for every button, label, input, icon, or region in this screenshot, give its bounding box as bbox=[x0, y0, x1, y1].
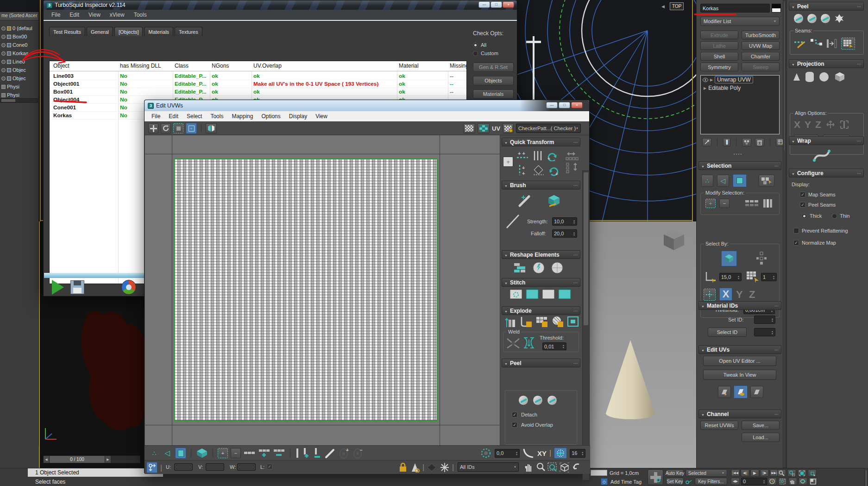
spinner-arrows-icon[interactable] bbox=[773, 275, 775, 279]
tab-materials[interactable]: Materials bbox=[144, 27, 173, 36]
object-name-field[interactable]: Korkas bbox=[700, 4, 770, 13]
brush-rollout[interactable]: Brush bbox=[502, 181, 580, 189]
best-align-icon[interactable] bbox=[840, 120, 849, 129]
stack-item-editable-poly[interactable]: ▶ Editable Poly bbox=[701, 84, 779, 92]
ring-icon[interactable] bbox=[295, 448, 300, 458]
quick-peel-icon[interactable] bbox=[518, 395, 528, 405]
eye-icon[interactable] bbox=[703, 78, 708, 82]
key-mode-icon[interactable] bbox=[686, 479, 692, 485]
modifier-list-dropdown[interactable]: Modifier List ▼ bbox=[700, 17, 780, 26]
convert-to-seams-icon[interactable] bbox=[826, 38, 837, 49]
peel-reset-icon[interactable] bbox=[547, 395, 557, 405]
stitch-rollout[interactable]: Stitch bbox=[502, 278, 580, 287]
uv-edge-mode-icon[interactable]: ◁ bbox=[162, 448, 172, 458]
hide-icon[interactable] bbox=[427, 463, 436, 473]
inspector-title-bar[interactable]: 3 TurboSquid Inspector v2.114 — □ × bbox=[44, 0, 517, 10]
lathe-button[interactable]: Lathe bbox=[700, 41, 738, 50]
minimize-button[interactable]: — bbox=[478, 1, 490, 8]
peel-mode-icon[interactable] bbox=[533, 395, 543, 405]
scene-explorer-title[interactable]: me (Sorted Ascer bbox=[0, 12, 38, 20]
normal-select-icon[interactable] bbox=[704, 289, 716, 301]
menu-edit[interactable]: Edit bbox=[164, 112, 182, 120]
outliner-item-box[interactable]: Box00 bbox=[0, 32, 38, 41]
loop-grow-icon[interactable] bbox=[258, 448, 270, 459]
v-field[interactable] bbox=[206, 463, 224, 471]
weld-threshold-field[interactable]: 0,01 bbox=[542, 342, 566, 350]
element-mode-icon[interactable] bbox=[759, 175, 774, 187]
edge-mode-icon[interactable]: ◁ bbox=[717, 175, 729, 187]
open-uv-editor-button[interactable]: Open UV Editor ... bbox=[703, 356, 776, 366]
menu-display[interactable]: Display bbox=[285, 112, 311, 120]
flatten-matid-icon[interactable] bbox=[535, 316, 548, 328]
maximize-button[interactable]: □ bbox=[491, 1, 502, 8]
set-id-field[interactable] bbox=[754, 316, 775, 324]
smooth-element-icon[interactable] bbox=[550, 261, 564, 274]
close-button[interactable]: × bbox=[571, 102, 583, 108]
quick-peel-icon[interactable] bbox=[793, 13, 804, 24]
eye-icon[interactable] bbox=[1, 76, 6, 81]
menu-xview[interactable]: xView bbox=[106, 11, 129, 19]
select-loop-icon[interactable] bbox=[244, 448, 256, 458]
viewport-label[interactable]: TOP bbox=[670, 2, 684, 10]
brush-falloff-field[interactable]: 20,0 bbox=[552, 229, 577, 238]
spline-map-icon[interactable] bbox=[812, 147, 831, 165]
frame-step-icon[interactable]: ◀▶ bbox=[731, 478, 740, 485]
menu-view[interactable]: View bbox=[311, 112, 332, 120]
eye-icon[interactable] bbox=[1, 51, 6, 56]
rotate-tool-icon[interactable] bbox=[161, 123, 171, 133]
spinner-arrows-icon[interactable] bbox=[516, 451, 518, 455]
close-button[interactable]: × bbox=[503, 1, 514, 8]
spinner-arrows-icon[interactable] bbox=[771, 318, 774, 322]
outliner-item-scene-root[interactable]: 0 (defaul bbox=[0, 24, 38, 32]
normalize-map-checkbox[interactable] bbox=[793, 240, 799, 246]
sweep-button[interactable]: Sweep bbox=[742, 63, 780, 71]
lock-aspect-checkbox[interactable]: ✓ bbox=[267, 464, 272, 469]
planar-angle-field[interactable]: 15,0 bbox=[719, 273, 742, 281]
load-uvws-button[interactable]: Load... bbox=[742, 433, 780, 442]
spinner-arrows-icon[interactable] bbox=[562, 344, 565, 348]
spinner-arrows-icon[interactable] bbox=[573, 232, 575, 236]
scale-tool-icon[interactable] bbox=[173, 123, 183, 133]
viewport-perspective-right[interactable] bbox=[590, 221, 696, 468]
linear-align-icon[interactable] bbox=[533, 164, 545, 176]
space-vertical-icon[interactable] bbox=[533, 150, 544, 161]
ring-grow-icon[interactable] bbox=[302, 448, 311, 459]
pan-hand-icon[interactable] bbox=[788, 478, 797, 485]
shrink-uv-selection-icon[interactable]: − bbox=[231, 448, 241, 458]
all-ids-dropdown[interactable]: All IDs ▼ bbox=[458, 462, 519, 472]
outliner-item-object1[interactable]: Objec bbox=[0, 66, 38, 74]
maximize-viewport-icon[interactable] bbox=[809, 478, 818, 485]
spinner-arrows-icon[interactable] bbox=[573, 220, 575, 224]
peel-seams-checkbox[interactable] bbox=[800, 202, 805, 208]
pan-hand-icon[interactable] bbox=[524, 462, 534, 474]
save-report-icon[interactable] bbox=[70, 280, 84, 294]
matid-field[interactable]: 1 bbox=[761, 273, 777, 281]
planar-projection-icon[interactable] bbox=[793, 73, 800, 81]
table-row[interactable]: Object001NoEditable_P...okMake all UV's … bbox=[50, 80, 466, 88]
clock-icon[interactable] bbox=[768, 478, 777, 485]
add-time-tag[interactable]: Add Time Tag bbox=[610, 479, 642, 485]
pelt-map-icon[interactable] bbox=[834, 13, 845, 24]
selection-set-dropdown[interactable]: Selected ▼ bbox=[686, 469, 727, 477]
save-uvws-button[interactable]: Save... bbox=[742, 421, 780, 430]
peel-rollout[interactable]: Peel bbox=[789, 2, 864, 11]
turbosmooth-button[interactable]: TurboSmooth bbox=[742, 31, 780, 39]
go-to-start-button[interactable]: |◀◀ bbox=[731, 469, 740, 477]
extrude-button[interactable]: Extrude bbox=[700, 31, 738, 39]
shrink-selection-icon[interactable]: − bbox=[719, 199, 730, 208]
zoom-all-icon[interactable] bbox=[787, 469, 796, 477]
align-pivot-icon[interactable]: + bbox=[503, 157, 513, 167]
loop-shrink-icon[interactable] bbox=[273, 448, 285, 459]
straighten-icon[interactable] bbox=[513, 261, 527, 274]
move-tool-icon[interactable] bbox=[148, 123, 158, 133]
check-all-radio[interactable] bbox=[473, 43, 478, 48]
set-key-button[interactable]: Set Key bbox=[666, 478, 684, 485]
set-key-big-button[interactable] bbox=[648, 469, 663, 485]
stitch-source-icon[interactable] bbox=[526, 288, 539, 300]
detach-checkbox[interactable] bbox=[512, 412, 517, 417]
axis-y-button[interactable]: Y bbox=[736, 289, 743, 301]
reshape-rollout[interactable]: Reshape Elements bbox=[502, 250, 580, 259]
preview-map-icon[interactable] bbox=[734, 385, 748, 398]
explode-to-faces-icon[interactable] bbox=[567, 316, 580, 328]
spinner-arrows-icon[interactable] bbox=[771, 330, 774, 335]
